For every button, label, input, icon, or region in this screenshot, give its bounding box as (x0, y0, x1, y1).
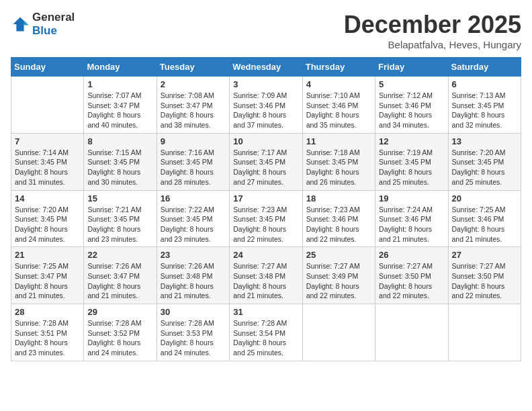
sunset-text: Sunset: 3:46 PM (379, 101, 444, 111)
sunrise-text: Sunrise: 7:23 AM (306, 205, 371, 215)
day-number: 7 (15, 136, 80, 146)
cell-info: Sunrise: 7:09 AM Sunset: 3:46 PM Dayligh… (233, 91, 298, 130)
calendar-cell: 26 Sunrise: 7:27 AM Sunset: 3:50 PM Dayl… (375, 247, 448, 304)
day-number: 8 (87, 136, 152, 146)
day-number: 31 (233, 307, 298, 317)
sunset-text: Sunset: 3:45 PM (15, 214, 80, 224)
cell-info: Sunrise: 7:20 AM Sunset: 3:45 PM Dayligh… (15, 205, 80, 244)
cell-info: Sunrise: 7:17 AM Sunset: 3:45 PM Dayligh… (233, 148, 298, 187)
day-number: 18 (306, 193, 371, 203)
sunrise-text: Sunrise: 7:25 AM (15, 261, 80, 271)
sunrise-text: Sunrise: 7:28 AM (87, 318, 152, 328)
sunset-text: Sunset: 3:46 PM (306, 214, 371, 224)
sunrise-text: Sunrise: 7:20 AM (15, 205, 80, 215)
daylight-text: Daylight: 8 hours and 22 minutes. (452, 281, 517, 301)
daylight-text: Daylight: 8 hours and 23 minutes. (15, 338, 80, 357)
cell-info: Sunrise: 7:27 AM Sunset: 3:49 PM Dayligh… (306, 261, 371, 301)
cell-info: Sunrise: 7:22 AM Sunset: 3:45 PM Dayligh… (161, 205, 226, 244)
logo-general: General (32, 11, 75, 24)
sunrise-text: Sunrise: 7:26 AM (87, 261, 152, 271)
sunrise-text: Sunrise: 7:17 AM (233, 148, 298, 158)
day-header-wednesday: Wednesday (230, 58, 302, 77)
cell-info: Sunrise: 7:28 AM Sunset: 3:54 PM Dayligh… (233, 318, 298, 358)
cell-info: Sunrise: 7:12 AM Sunset: 3:46 PM Dayligh… (379, 91, 444, 130)
calendar-cell: 21 Sunrise: 7:25 AM Sunset: 3:47 PM Dayl… (11, 247, 84, 304)
day-number: 21 (15, 250, 80, 260)
calendar-cell: 2 Sunrise: 7:08 AM Sunset: 3:47 PM Dayli… (157, 77, 229, 134)
day-number: 23 (161, 250, 226, 260)
daylight-text: Daylight: 8 hours and 40 minutes. (87, 110, 152, 130)
title-area: December 2025 Belapatfalva, Heves, Hunga… (344, 11, 521, 50)
sunset-text: Sunset: 3:49 PM (306, 271, 371, 281)
day-number: 14 (15, 193, 80, 203)
sunset-text: Sunset: 3:45 PM (161, 157, 226, 167)
calendar-table: SundayMondayTuesdayWednesdayThursdayFrid… (11, 57, 521, 361)
daylight-text: Daylight: 8 hours and 23 minutes. (87, 224, 152, 244)
sunrise-text: Sunrise: 7:07 AM (87, 91, 152, 101)
sunrise-text: Sunrise: 7:25 AM (452, 205, 517, 215)
daylight-text: Daylight: 8 hours and 22 minutes. (306, 224, 371, 244)
cell-info: Sunrise: 7:27 AM Sunset: 3:50 PM Dayligh… (452, 261, 517, 301)
cell-info: Sunrise: 7:16 AM Sunset: 3:45 PM Dayligh… (161, 148, 226, 187)
daylight-text: Daylight: 8 hours and 21 minutes. (87, 281, 152, 301)
calendar-cell: 3 Sunrise: 7:09 AM Sunset: 3:46 PM Dayli… (230, 77, 302, 134)
sunset-text: Sunset: 3:53 PM (161, 328, 226, 338)
sunset-text: Sunset: 3:52 PM (87, 328, 152, 338)
calendar-cell: 10 Sunrise: 7:17 AM Sunset: 3:45 PM Dayl… (230, 133, 302, 190)
daylight-text: Daylight: 8 hours and 26 minutes. (306, 167, 371, 187)
sunrise-text: Sunrise: 7:14 AM (15, 148, 80, 158)
calendar-cell: 28 Sunrise: 7:28 AM Sunset: 3:51 PM Dayl… (11, 304, 84, 361)
header: General Blue December 2025 Belapatfalva,… (11, 11, 521, 50)
day-number: 10 (233, 136, 298, 146)
cell-info: Sunrise: 7:21 AM Sunset: 3:45 PM Dayligh… (87, 205, 152, 244)
calendar-cell (448, 304, 521, 361)
sunset-text: Sunset: 3:51 PM (15, 328, 80, 338)
day-number: 1 (87, 79, 152, 89)
day-number: 11 (306, 136, 371, 146)
sunrise-text: Sunrise: 7:22 AM (161, 205, 226, 215)
day-number: 30 (161, 307, 226, 317)
sunset-text: Sunset: 3:45 PM (161, 214, 226, 224)
subtitle: Belapatfalva, Heves, Hungary (344, 39, 521, 50)
calendar-cell: 6 Sunrise: 7:13 AM Sunset: 3:45 PM Dayli… (448, 77, 521, 134)
calendar-cell: 19 Sunrise: 7:24 AM Sunset: 3:46 PM Dayl… (375, 190, 448, 247)
day-number: 3 (233, 79, 298, 89)
daylight-text: Daylight: 8 hours and 24 minutes. (15, 224, 80, 244)
calendar-cell: 18 Sunrise: 7:23 AM Sunset: 3:46 PM Dayl… (302, 190, 375, 247)
sunrise-text: Sunrise: 7:10 AM (306, 91, 371, 101)
cell-info: Sunrise: 7:18 AM Sunset: 3:45 PM Dayligh… (306, 148, 371, 187)
cell-info: Sunrise: 7:10 AM Sunset: 3:46 PM Dayligh… (306, 91, 371, 130)
sunrise-text: Sunrise: 7:13 AM (452, 91, 517, 101)
sunset-text: Sunset: 3:45 PM (233, 157, 298, 167)
calendar-cell: 22 Sunrise: 7:26 AM Sunset: 3:47 PM Dayl… (84, 247, 157, 304)
sunset-text: Sunset: 3:45 PM (15, 157, 80, 167)
day-number: 2 (161, 79, 226, 89)
daylight-text: Daylight: 8 hours and 23 minutes. (161, 224, 226, 244)
cell-info: Sunrise: 7:20 AM Sunset: 3:45 PM Dayligh… (452, 148, 517, 187)
calendar-cell: 1 Sunrise: 7:07 AM Sunset: 3:47 PM Dayli… (84, 77, 157, 134)
sunset-text: Sunset: 3:50 PM (452, 271, 517, 281)
daylight-text: Daylight: 8 hours and 22 minutes. (379, 281, 444, 301)
calendar-cell: 15 Sunrise: 7:21 AM Sunset: 3:45 PM Dayl… (84, 190, 157, 247)
cell-info: Sunrise: 7:23 AM Sunset: 3:46 PM Dayligh… (306, 205, 371, 244)
sunset-text: Sunset: 3:47 PM (87, 101, 152, 111)
daylight-text: Daylight: 8 hours and 21 minutes. (452, 224, 517, 244)
cell-info: Sunrise: 7:15 AM Sunset: 3:45 PM Dayligh… (87, 148, 152, 187)
sunrise-text: Sunrise: 7:26 AM (161, 261, 226, 271)
sunrise-text: Sunrise: 7:27 AM (452, 261, 517, 271)
sunrise-text: Sunrise: 7:28 AM (15, 318, 80, 328)
cell-info: Sunrise: 7:14 AM Sunset: 3:45 PM Dayligh… (15, 148, 80, 187)
day-header-saturday: Saturday (448, 58, 521, 77)
cell-info: Sunrise: 7:26 AM Sunset: 3:48 PM Dayligh… (161, 261, 226, 301)
calendar-cell (375, 304, 448, 361)
sunset-text: Sunset: 3:46 PM (379, 214, 444, 224)
sunset-text: Sunset: 3:46 PM (233, 101, 298, 111)
sunrise-text: Sunrise: 7:27 AM (306, 261, 371, 271)
sunset-text: Sunset: 3:48 PM (161, 271, 226, 281)
sunrise-text: Sunrise: 7:27 AM (233, 261, 298, 271)
calendar-cell: 14 Sunrise: 7:20 AM Sunset: 3:45 PM Dayl… (11, 190, 84, 247)
sunrise-text: Sunrise: 7:28 AM (161, 318, 226, 328)
day-number: 16 (161, 193, 226, 203)
calendar-cell: 12 Sunrise: 7:19 AM Sunset: 3:45 PM Dayl… (375, 133, 448, 190)
sunrise-text: Sunrise: 7:09 AM (233, 91, 298, 101)
